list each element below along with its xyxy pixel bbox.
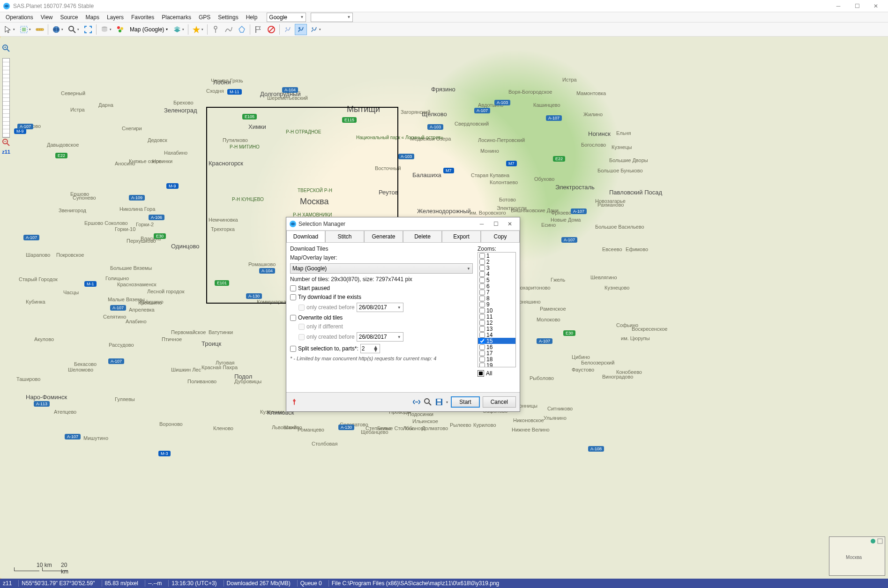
zoom-item[interactable]: 15 [478, 338, 515, 344]
zoom-checkbox-14[interactable] [479, 332, 485, 338]
zoom-checkbox-5[interactable] [479, 277, 485, 283]
zoom-selection-icon[interactable] [424, 398, 432, 406]
path-tool-button[interactable] [223, 24, 235, 35]
zoom-checkbox-2[interactable] [479, 259, 485, 265]
globe-button[interactable]: ▾ [50, 24, 65, 35]
cache-button[interactable]: ▾ [98, 24, 113, 35]
menu-placemarks[interactable]: Placemarks [159, 13, 194, 22]
zoom-checkbox-9[interactable] [479, 302, 485, 307]
date-2[interactable]: 26/08/2017▼ [357, 332, 403, 342]
zoom-item[interactable]: 4 [478, 271, 515, 277]
zoom-item[interactable]: 6 [478, 283, 515, 289]
dialog-titlebar[interactable]: Selection Manager ─ ☐ ✕ [286, 217, 520, 231]
zoom-item[interactable]: 19 [478, 362, 515, 367]
zoom-checkbox-3[interactable] [479, 265, 485, 271]
zoom-checkbox-15[interactable] [479, 338, 485, 344]
zoom-item[interactable]: 1 [478, 253, 515, 259]
zoom-item[interactable]: 8 [478, 295, 515, 301]
zoom-item[interactable]: 7 [478, 289, 515, 295]
tab-delete[interactable]: Delete [403, 231, 442, 242]
tab-copy[interactable]: Copy [481, 231, 520, 242]
chk-try-download[interactable] [290, 294, 296, 300]
zoom-item[interactable]: 14 [478, 332, 515, 338]
zoom-ruler[interactable] [2, 58, 10, 138]
placemarks-button[interactable] [114, 24, 127, 35]
chk-overwrite[interactable] [290, 315, 296, 321]
zoom-in-icon[interactable] [2, 44, 10, 52]
dialog-close-button[interactable]: ✕ [503, 219, 517, 229]
gps-track-button[interactable]: ▾ [308, 24, 323, 35]
zoom-checkbox-10[interactable] [479, 308, 485, 313]
menu-gps[interactable]: GPS [196, 13, 213, 22]
zoom-item[interactable]: 12 [478, 320, 515, 326]
date-1[interactable]: 26/08/2017▼ [357, 303, 403, 312]
zoom-item[interactable]: 9 [478, 301, 515, 307]
zoom-checkbox-16[interactable] [479, 344, 485, 350]
menu-settings[interactable]: Settings [215, 13, 241, 22]
point-tool-button[interactable] [209, 24, 222, 35]
menu-operations[interactable]: Operations [3, 13, 36, 22]
zoom-checkbox-18[interactable] [479, 357, 485, 362]
zoom-checkbox-17[interactable] [479, 350, 485, 356]
chk-all-zooms[interactable] [478, 370, 484, 377]
zoom-checkbox-13[interactable] [479, 326, 485, 332]
chk-start-paused[interactable] [290, 285, 296, 291]
pin-icon[interactable] [290, 398, 298, 406]
favorites-button[interactable]: ▾ [190, 24, 205, 35]
start-button[interactable]: Start [451, 396, 479, 408]
zoom-out-icon[interactable] [2, 138, 10, 147]
cancel-button[interactable]: Cancel [483, 396, 516, 408]
chk-split[interactable] [290, 346, 296, 352]
zoom-item[interactable]: 17 [478, 350, 515, 356]
measure-tool-button[interactable] [34, 24, 46, 35]
window-maximize-button[interactable]: ☐ [848, 0, 866, 12]
layers-button[interactable]: ▾ [171, 24, 186, 35]
selection-tool-button[interactable]: ▾ [18, 24, 33, 35]
zoom-checkbox-6[interactable] [479, 283, 485, 289]
window-minimize-button[interactable]: ─ [829, 0, 848, 12]
zoom-item[interactable]: 13 [478, 326, 515, 332]
menu-help[interactable]: Help [243, 13, 261, 22]
tab-stitch[interactable]: Stitch [325, 231, 364, 242]
menu-layers[interactable]: Layers [104, 13, 127, 22]
gps-follow-button[interactable] [295, 24, 307, 35]
menu-source[interactable]: Source [58, 13, 81, 22]
link-icon[interactable] [412, 398, 421, 406]
zoom-checkbox-4[interactable] [479, 271, 485, 277]
zoom-item[interactable]: 3 [478, 265, 515, 271]
zoom-item[interactable]: 2 [478, 259, 515, 265]
tab-export[interactable]: Export [442, 231, 481, 242]
split-parts-spinner[interactable]: 2▲▼ [360, 344, 380, 353]
source-combo[interactable]: Google▼ [267, 13, 306, 22]
flag-button[interactable] [252, 24, 264, 35]
zoom-item[interactable]: 10 [478, 307, 515, 313]
search-combo[interactable]: ▼ [311, 13, 353, 22]
zoom-checkbox-7[interactable] [479, 290, 485, 295]
zoom-item[interactable]: 11 [478, 313, 515, 320]
zoom-checkbox-12[interactable] [479, 320, 485, 326]
tab-generate[interactable]: Generate [364, 231, 403, 242]
minimap[interactable]: Москва [829, 536, 885, 576]
zoom-item[interactable]: 5 [478, 277, 515, 283]
map-selector[interactable]: Map (Google)▾ [127, 24, 170, 35]
zoom-item[interactable]: 16 [478, 344, 515, 350]
zoom-item[interactable]: 18 [478, 356, 515, 362]
dialog-minimize-button[interactable]: ─ [475, 219, 489, 229]
cursor-tool-button[interactable]: ▾ [2, 24, 17, 35]
window-close-button[interactable]: ✕ [866, 0, 885, 12]
gps-off-button[interactable] [282, 24, 294, 35]
menu-view[interactable]: View [38, 13, 56, 22]
tab-download[interactable]: Download [286, 231, 325, 242]
zooms-list[interactable]: 12345678910111213141516171819202122 [478, 252, 516, 367]
polygon-tool-button[interactable] [236, 24, 248, 35]
no-entry-button[interactable] [265, 24, 277, 35]
menu-favorites[interactable]: Favorites [128, 13, 157, 22]
overlay-combo[interactable]: Map (Google)▼ [290, 263, 473, 274]
save-icon[interactable] [435, 398, 443, 406]
dialog-maximize-button[interactable]: ☐ [489, 219, 503, 229]
fullscreen-button[interactable] [82, 24, 94, 35]
menu-maps[interactable]: Maps [83, 13, 102, 22]
zoom-checkbox-11[interactable] [479, 314, 485, 320]
zoom-tool-button[interactable]: ▾ [66, 24, 81, 35]
zoom-checkbox-8[interactable] [479, 296, 485, 301]
